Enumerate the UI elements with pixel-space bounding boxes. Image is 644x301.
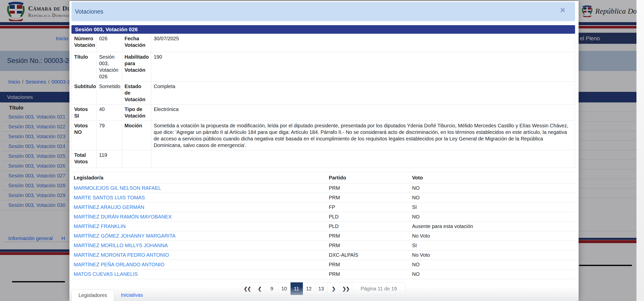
page-right-margin xyxy=(636,0,644,301)
legislator-name-link[interactable]: MARTÍNEZ MORILLO MILLYS JOHANNA xyxy=(71,243,327,248)
legislator-party: PRM xyxy=(327,271,410,277)
modal-title: Votaciones xyxy=(75,8,103,15)
vote-details-row: Votos SI 40 Tipo de Votación Electrónica xyxy=(72,104,575,121)
vote-details-row: Título Sesión 003, Votación 026 Habilita… xyxy=(72,52,575,82)
legislator-vote: SI xyxy=(410,204,575,210)
legislator-party: PLD xyxy=(327,223,410,229)
legislator-party: PRM xyxy=(327,262,410,268)
tab-legisladores[interactable]: Legisladores xyxy=(71,289,114,301)
detail-label-2: Fecha Votación xyxy=(122,34,151,52)
legislator-party: PRM xyxy=(327,195,410,201)
detail-value-2: Sometida a votación la propuesta de modi… xyxy=(151,121,575,150)
detail-label-2: Habilitado para Votación xyxy=(122,52,151,81)
detail-value-1: Sesión 003, Votación 026 xyxy=(97,52,122,81)
header-partido: Partido xyxy=(327,175,410,181)
detail-value-1: 119 xyxy=(97,150,122,168)
detail-label-1: Título xyxy=(72,52,97,81)
detail-label-1: Número Votación xyxy=(72,34,97,52)
legislator-party: PRM xyxy=(327,185,410,191)
table-row: MARTÍNEZ FRANKLIN PLD Ausente para esta … xyxy=(71,222,575,231)
modal-header: Votaciones ✕ xyxy=(71,2,575,21)
votaciones-modal: Votaciones ✕ Sesión 003, Votación 026 Nú… xyxy=(69,1,579,301)
detail-label-2: Estado de Votación xyxy=(122,82,151,104)
modal-bottom-fade xyxy=(69,287,579,301)
legislators-table: Legislador/a Partido Voto MARMOLEJOS GIL… xyxy=(71,172,575,279)
legislator-name-link[interactable]: MARTÍNEZ FRANKLIN xyxy=(71,223,327,229)
legislator-vote: SI xyxy=(410,243,575,248)
legislator-name-link[interactable]: MARTE SANTOS LUIS TOMÁS xyxy=(71,195,327,201)
legislator-party: DXC-ALPAÍS xyxy=(327,252,410,258)
vote-section-title: Sesión 003, Votación 026 xyxy=(75,26,138,32)
legislator-name-link[interactable]: MARMOLEJOS GIL NELSON RAFAEL xyxy=(71,185,327,191)
detail-label-2 xyxy=(122,150,151,168)
table-row: MARTÍNEZ PEÑA ORLANDO ANTONIO PRM NO xyxy=(71,260,575,270)
detail-label-1: Votos SI xyxy=(72,104,97,121)
legislator-vote: NO xyxy=(410,262,575,268)
detail-label-1: Subtitulo xyxy=(72,82,97,104)
legislator-party: PRM xyxy=(327,243,410,248)
vote-details-row: Número Votación 026 Fecha Votación 30/07… xyxy=(72,34,575,52)
detail-label-2: Tipo de Votación xyxy=(122,104,151,121)
legislator-vote: No Voto xyxy=(410,252,575,258)
detail-value-1: 79 xyxy=(97,121,122,150)
legislator-name-link[interactable]: MARTÍNEZ ARAUJO GERMÁN xyxy=(71,204,327,210)
bottom-tabs: Legisladores Iniciativas xyxy=(71,289,143,301)
header-voto: Voto xyxy=(410,175,575,181)
detail-value-2: 190 xyxy=(151,52,575,81)
detail-value-2: Electrónica xyxy=(151,104,575,121)
detail-value-2 xyxy=(151,150,575,168)
vote-details-row: Total Votos 119 xyxy=(72,150,575,168)
detail-value-2: Completa xyxy=(151,82,575,104)
legislator-party: PLD xyxy=(327,214,410,220)
legislator-name-link[interactable]: MATOS CUEVAS LLANELIS xyxy=(71,271,327,277)
legislator-name-link[interactable]: MARTÍNEZ PEÑA ORLANDO ANTONIO xyxy=(71,262,327,268)
detail-label-1: Votos NO xyxy=(72,121,97,150)
legislator-party: FP xyxy=(327,204,410,210)
tab-iniciativas[interactable]: Iniciativas xyxy=(114,289,143,301)
detail-value-2: 30/07/2025 xyxy=(151,34,575,52)
legislator-vote: Ausente para esta votación xyxy=(410,223,575,229)
vote-details-table: Número Votación 026 Fecha Votación 30/07… xyxy=(71,34,575,168)
legislator-name-link[interactable]: MARTÍNEZ GÓMEZ JOHANNY MARGARITA xyxy=(71,233,327,239)
table-row: MARTÍNEZ MORONTA PEDRO ANTONIO DXC-ALPAÍ… xyxy=(71,250,575,260)
legislator-vote: NO xyxy=(410,214,575,220)
header-legislador: Legislador/a xyxy=(71,175,327,181)
table-row: MARMOLEJOS GIL NELSON RAFAEL PRM NO xyxy=(71,183,575,193)
detail-label-2: Moción xyxy=(122,121,151,150)
detail-value-1: 40 xyxy=(97,104,122,121)
legislators-table-body: MARMOLEJOS GIL NELSON RAFAEL PRM NO MART… xyxy=(71,183,575,279)
legislator-name-link[interactable]: MARTÍNEZ MORONTA PEDRO ANTONIO xyxy=(71,252,327,258)
legislators-table-header: Legislador/a Partido Voto xyxy=(71,172,575,183)
legislator-vote: No Voto xyxy=(410,233,575,239)
vote-section-header: Sesión 003, Votación 026 xyxy=(71,25,575,34)
table-row: MARTÍNEZ MORILLO MILLYS JOHANNA PRM SI xyxy=(71,241,575,250)
legislator-vote: NO xyxy=(410,185,575,191)
detail-value-1: Sometido xyxy=(97,82,122,104)
legislator-vote: NO xyxy=(410,195,575,201)
table-row: MATOS CUEVAS LLANELIS PRM NO xyxy=(71,270,575,279)
detail-value-1: 026 xyxy=(97,34,122,52)
table-row: MARTÍNEZ GÓMEZ JOHANNY MARGARITA PRM No … xyxy=(71,231,575,241)
legislator-party: PRM xyxy=(327,233,410,239)
close-icon[interactable]: ✕ xyxy=(560,7,566,14)
table-row: MARTÍNEZ ARAUJO GERMÁN FP SI xyxy=(71,203,575,212)
vote-details-row: Subtitulo Sometido Estado de Votación Co… xyxy=(72,82,575,104)
legislator-name-link[interactable]: MARTÍNEZ DURÁN RAMÓN MAYOBANEX xyxy=(71,214,327,220)
detail-label-1: Total Votos xyxy=(72,150,97,168)
table-row: MARTE SANTOS LUIS TOMÁS PRM NO xyxy=(71,193,575,203)
table-row: MARTÍNEZ DURÁN RAMÓN MAYOBANEX PLD NO xyxy=(71,212,575,222)
legislator-vote: NO xyxy=(410,271,575,277)
vote-details-row: Votos NO 79 Moción Sometida a votación l… xyxy=(72,121,575,150)
